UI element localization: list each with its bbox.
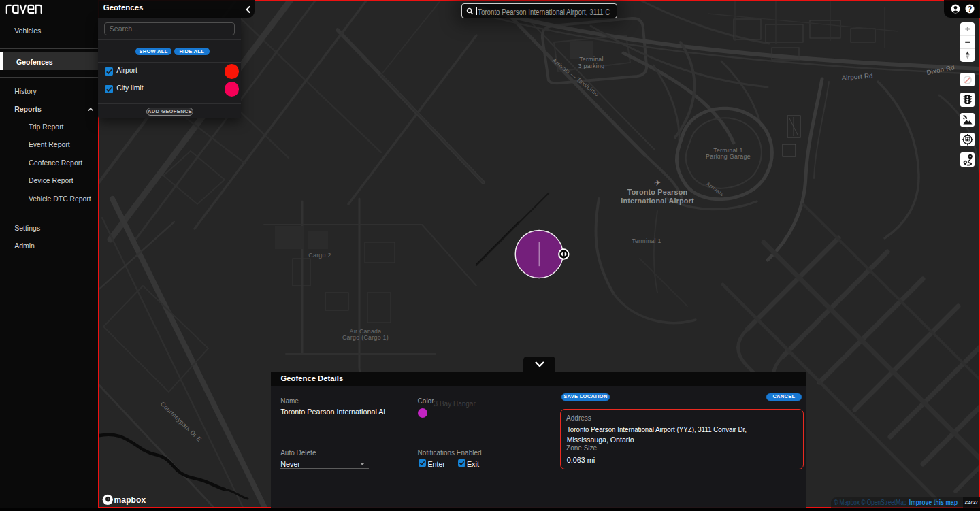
svg-text:Toronto Pearson: Toronto Pearson <box>627 188 688 196</box>
svg-text:Air Canada: Air Canada <box>349 328 381 335</box>
svg-text:Cargo 2: Cargo 2 <box>308 252 331 259</box>
svg-text:3 parking: 3 parking <box>578 63 605 69</box>
svg-text:Cargo (Cargo 1): Cargo (Cargo 1) <box>342 334 389 341</box>
svg-text:Terminal 1: Terminal 1 <box>632 237 662 244</box>
svg-text:International Airport: International Airport <box>621 197 694 205</box>
svg-text:✈: ✈ <box>654 178 661 188</box>
svg-text:?: ? <box>967 5 971 12</box>
svg-text:Parking Garage: Parking Garage <box>706 153 751 160</box>
svg-text:mapbox: mapbox <box>114 495 146 505</box>
svg-text:Terminal: Terminal <box>579 56 604 63</box>
